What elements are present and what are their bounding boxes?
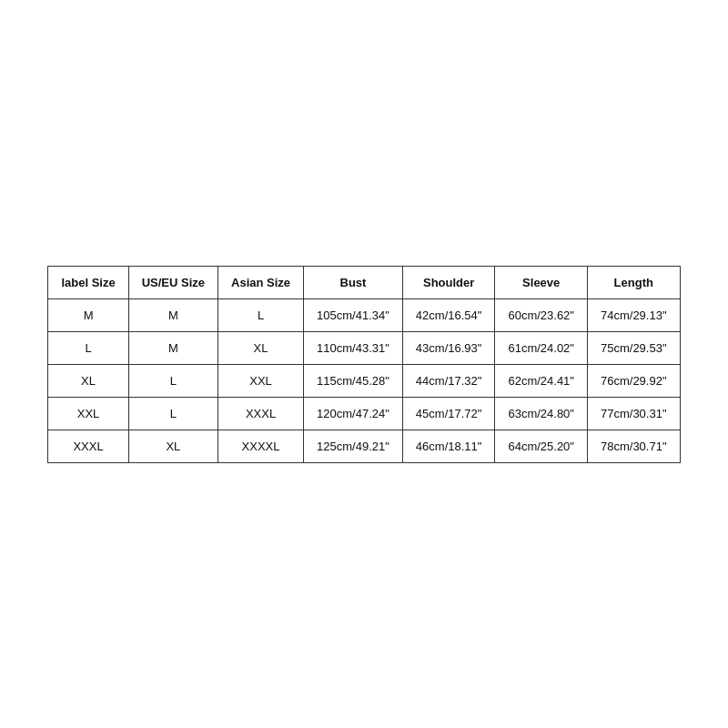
cell-label_size-row-0: M xyxy=(48,298,128,331)
cell-shoulder-row-1: 43cm/16.93" xyxy=(402,331,495,364)
cell-asian_size-row-0: L xyxy=(218,298,304,331)
cell-us_eu_size-row-2: L xyxy=(128,364,217,397)
table-header-row: label Size US/EU Size Asian Size Bust Sh… xyxy=(48,266,680,298)
col-header-length: Length xyxy=(587,266,680,298)
cell-us_eu_size-row-4: XL xyxy=(128,430,217,462)
cell-asian_size-row-3: XXXL xyxy=(218,397,304,430)
cell-us_eu_size-row-3: L xyxy=(128,397,217,430)
col-header-label-size: label Size xyxy=(48,266,128,298)
table-row: XXLLXXXL120cm/47.24"45cm/17.72"63cm/24.8… xyxy=(48,397,680,430)
cell-length-row-1: 75cm/29.53" xyxy=(587,331,680,364)
cell-sleeve-row-3: 63cm/24.80" xyxy=(495,397,588,430)
cell-bust-row-1: 110cm/43.31" xyxy=(304,331,403,364)
cell-sleeve-row-1: 61cm/24.02" xyxy=(495,331,588,364)
cell-bust-row-0: 105cm/41.34" xyxy=(304,298,403,331)
cell-sleeve-row-4: 64cm/25.20" xyxy=(495,430,588,462)
cell-asian_size-row-4: XXXXL xyxy=(218,430,304,462)
cell-shoulder-row-3: 45cm/17.72" xyxy=(402,397,495,430)
cell-bust-row-4: 125cm/49.21" xyxy=(304,430,403,462)
cell-shoulder-row-2: 44cm/17.32" xyxy=(402,364,495,397)
col-header-sleeve: Sleeve xyxy=(495,266,588,298)
cell-us_eu_size-row-0: M xyxy=(128,298,217,331)
page-container: label Size US/EU Size Asian Size Bust Sh… xyxy=(0,0,728,728)
cell-asian_size-row-2: XXL xyxy=(218,364,304,397)
cell-sleeve-row-0: 60cm/23.62" xyxy=(495,298,588,331)
cell-length-row-2: 76cm/29.92" xyxy=(587,364,680,397)
table-wrapper: label Size US/EU Size Asian Size Bust Sh… xyxy=(29,248,698,481)
table-row: LMXL110cm/43.31"43cm/16.93"61cm/24.02"75… xyxy=(48,331,680,364)
col-header-bust: Bust xyxy=(304,266,403,298)
size-chart-table: label Size US/EU Size Asian Size Bust Sh… xyxy=(47,266,680,463)
cell-shoulder-row-4: 46cm/18.11" xyxy=(402,430,495,462)
col-header-shoulder: Shoulder xyxy=(402,266,495,298)
cell-shoulder-row-0: 42cm/16.54" xyxy=(402,298,495,331)
cell-label_size-row-1: L xyxy=(48,331,128,364)
cell-length-row-0: 74cm/29.13" xyxy=(587,298,680,331)
table-row: MML105cm/41.34"42cm/16.54"60cm/23.62"74c… xyxy=(48,298,680,331)
cell-label_size-row-3: XXL xyxy=(48,397,128,430)
cell-bust-row-3: 120cm/47.24" xyxy=(304,397,403,430)
cell-us_eu_size-row-1: M xyxy=(128,331,217,364)
cell-length-row-3: 77cm/30.31" xyxy=(587,397,680,430)
cell-label_size-row-4: XXXL xyxy=(48,430,128,462)
col-header-us-eu-size: US/EU Size xyxy=(128,266,217,298)
cell-length-row-4: 78cm/30.71" xyxy=(587,430,680,462)
cell-label_size-row-2: XL xyxy=(48,364,128,397)
cell-asian_size-row-1: XL xyxy=(218,331,304,364)
table-row: XLLXXL115cm/45.28"44cm/17.32"62cm/24.41"… xyxy=(48,364,680,397)
cell-bust-row-2: 115cm/45.28" xyxy=(304,364,403,397)
cell-sleeve-row-2: 62cm/24.41" xyxy=(495,364,588,397)
table-row: XXXLXLXXXXL125cm/49.21"46cm/18.11"64cm/2… xyxy=(48,430,680,462)
col-header-asian-size: Asian Size xyxy=(218,266,304,298)
